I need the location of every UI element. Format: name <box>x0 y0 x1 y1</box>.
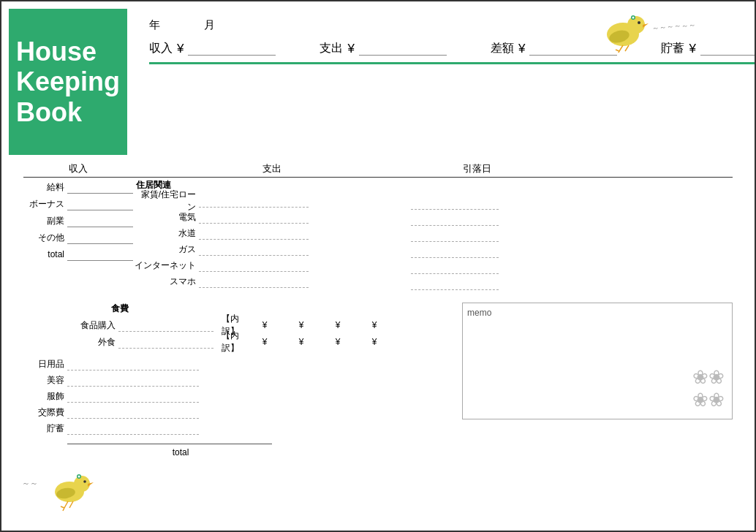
total-label: total <box>89 447 272 457</box>
daily-label: 日用品 <box>23 358 67 370</box>
rent-line[interactable] <box>199 194 309 208</box>
year-label: 年 <box>149 18 160 32</box>
total-divider <box>67 444 272 444</box>
salary-line[interactable] <box>67 180 133 194</box>
svg-point-16 <box>83 480 86 483</box>
eating-out-yen1: ¥ <box>246 337 283 347</box>
diff-yen: ¥ <box>518 42 525 56</box>
debit-column <box>411 179 543 292</box>
expense-row-internet: インターネット <box>133 257 411 273</box>
expense-housing-col: 住居関連 家賃/住宅ローン 電気 水道 ガス イン <box>133 179 411 292</box>
electricity-line[interactable] <box>199 210 309 224</box>
svg-text:～～～～～～: ～～～～～～ <box>651 20 696 32</box>
savings-misc-label: 貯蓄 <box>23 422 67 435</box>
income-row-other: その他 <box>23 229 133 246</box>
clothing-line[interactable] <box>67 390 199 403</box>
income-value[interactable] <box>188 42 276 56</box>
eating-out-yen4: ¥ <box>356 337 393 347</box>
debit-phone-line[interactable] <box>411 277 499 290</box>
income-total-label: total <box>23 249 67 259</box>
income-row-total: total <box>23 246 133 262</box>
phone-line[interactable] <box>199 275 309 288</box>
bottom-section: 食費 食品購入 【内訳】 ¥ ¥ ¥ ¥ 外食 【内訳】 ¥ ¥ ¥ ¥ <box>1 299 755 457</box>
debit-row-internet <box>411 259 543 276</box>
bonus-label: ボーナス <box>23 198 67 210</box>
misc-rows: 日用品 美容 服飾 交際費 貯蓄 <box>23 356 447 436</box>
expense-value[interactable] <box>359 42 447 56</box>
savings-misc-line[interactable] <box>67 422 199 435</box>
grocery-label: 食品購入 <box>60 319 118 332</box>
food-category-label: 食費 <box>111 303 447 315</box>
internet-line[interactable] <box>199 259 309 272</box>
debit-row-water <box>411 227 543 243</box>
debit-electricity-line[interactable] <box>411 213 499 226</box>
other-line[interactable] <box>67 231 133 244</box>
income-row-side: 副業 <box>23 213 133 229</box>
daily-line[interactable] <box>67 357 199 370</box>
svg-point-10 <box>632 17 635 19</box>
income-row-bonus: ボーナス <box>23 196 133 212</box>
month-label: 月 <box>204 18 215 32</box>
main-content: 収入 支出 引落日 給料 ボーナス 副業 そ <box>1 155 755 299</box>
income-summary: 収入 ¥ <box>149 41 276 56</box>
income-label: 収入 <box>149 41 173 56</box>
gas-label: ガス <box>133 243 199 256</box>
internet-label: インターネット <box>133 259 199 272</box>
gas-line[interactable] <box>199 243 309 256</box>
salary-label: 給料 <box>23 181 67 194</box>
misc-row-savings: 貯蓄 <box>23 420 447 436</box>
logo-line3: Book <box>16 97 82 127</box>
page: House Keeping Book <box>0 0 756 532</box>
side-label: 副業 <box>23 215 67 227</box>
grocery-yen4: ¥ <box>356 320 393 330</box>
beauty-line[interactable] <box>67 373 199 387</box>
eating-out-yen2: ¥ <box>283 337 320 347</box>
svg-line-20 <box>61 506 64 508</box>
beauty-label: 美容 <box>23 374 67 387</box>
eating-out-naiyo: 【内訳】 <box>213 330 246 354</box>
social-label: 交際費 <box>23 406 67 419</box>
bonus-line[interactable] <box>67 197 133 210</box>
social-line[interactable] <box>67 406 199 419</box>
debit-gas-line[interactable] <box>411 245 499 258</box>
expense-col-header: 支出 <box>133 162 411 175</box>
debit-row-phone <box>411 276 543 292</box>
rent-label: 家賃/住宅ローン <box>133 189 199 213</box>
memo-box[interactable]: memo ❀❀❀❀ <box>462 303 733 419</box>
eating-out-label: 外食 <box>60 336 118 349</box>
memo-label: memo <box>467 308 491 318</box>
svg-line-5 <box>619 45 623 51</box>
misc-row-social: 交際費 <box>23 404 447 420</box>
eating-out-line[interactable] <box>118 335 213 349</box>
debit-col-header: 引落日 <box>411 162 543 175</box>
svg-point-1 <box>627 16 645 34</box>
svg-line-18 <box>64 501 68 508</box>
debit-row-rent <box>411 195 543 211</box>
flower-icon: ❀❀❀❀ <box>692 366 725 411</box>
grocery-line[interactable] <box>118 319 213 332</box>
side-line[interactable] <box>67 214 133 227</box>
debit-water-line[interactable] <box>411 229 499 242</box>
svg-line-21 <box>63 508 64 511</box>
svg-line-19 <box>69 501 73 508</box>
expense-summary: 支出 ¥ <box>320 41 446 56</box>
income-row-salary: 給料 <box>23 179 133 195</box>
electricity-label: 電気 <box>133 211 199 224</box>
expense-yen: ¥ <box>347 42 354 56</box>
svg-line-6 <box>625 45 629 51</box>
svg-line-7 <box>616 50 619 51</box>
debit-internet-line[interactable] <box>411 261 499 274</box>
debit-rent-line[interactable] <box>411 197 499 210</box>
phone-label: スマホ <box>133 276 199 288</box>
water-line[interactable] <box>199 227 309 240</box>
expense-label: 支出 <box>320 41 343 56</box>
expense-row-phone: スマホ <box>133 273 411 289</box>
logo-text: House Keeping Book <box>16 37 120 127</box>
debit-row-gas <box>411 243 543 259</box>
header: House Keeping Book <box>1 1 755 155</box>
income-total-line[interactable] <box>67 248 133 261</box>
svg-text:～～: ～～ <box>22 479 38 487</box>
grocery-yen2: ¥ <box>283 320 320 330</box>
expense-row-water: 水道 <box>133 225 411 241</box>
grocery-yen1: ¥ <box>246 320 283 330</box>
